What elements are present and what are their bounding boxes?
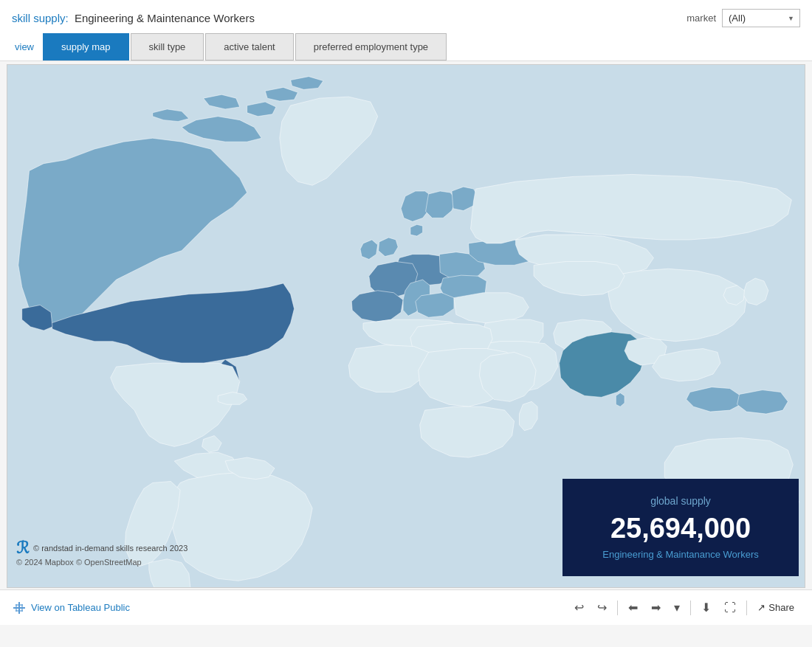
toolbar-actions: ↩ ↪ ⬅ ➡ ▾ ⬇ ⛶ ↗ Share: [568, 597, 800, 618]
redo-button[interactable]: ↪: [591, 597, 613, 618]
global-supply-number: 25,694,000: [585, 513, 777, 544]
tableau-public-link[interactable]: View on Tableau Public: [12, 601, 130, 615]
nav-bar: view supply map skill type active talent…: [0, 33, 812, 61]
skill-supply-value: Engineering & Maintenance Workers: [75, 12, 255, 24]
share-label: Share: [768, 602, 794, 613]
randstad-logo-symbol: ℛ: [16, 540, 30, 556]
market-select[interactable]: （All) (All) Americas Europe Asia Pacific: [722, 9, 800, 27]
map-credit: © 2024 Mapbox © OpenStreetMap: [16, 558, 187, 567]
svg-rect-6: [16, 610, 23, 612]
download-button[interactable]: ⬇: [695, 597, 717, 618]
market-selector: market （All) (All) Americas Europe Asia …: [687, 9, 800, 27]
map-footer: ℛ © randstad in-demand skills research 2…: [16, 540, 187, 567]
global-supply-subtitle: Engineering & Maintanance Workers: [585, 549, 777, 560]
randstad-attribution: ℛ © randstad in-demand skills research 2…: [16, 540, 187, 556]
back-button[interactable]: ⬅: [622, 597, 644, 618]
skill-supply-title: skill supply: Engineering & Maintenance …: [12, 12, 255, 24]
toolbar-divider-3: [746, 601, 747, 615]
skill-supply-prefix: skill supply:: [12, 12, 69, 24]
tab-supply-map[interactable]: supply map: [43, 33, 128, 60]
fullscreen-button[interactable]: ⛶: [718, 598, 742, 618]
randstad-logo-text: © randstad in-demand skills research 202…: [33, 544, 187, 553]
tab-skill-type[interactable]: skill type: [131, 33, 204, 60]
toolbar-divider-2: [690, 601, 691, 615]
tab-preferred-employment-type[interactable]: preferred employment type: [295, 33, 447, 60]
view-label: view: [9, 34, 40, 60]
forward-button[interactable]: ➡: [645, 597, 667, 618]
share-icon: ↗: [757, 602, 765, 613]
global-supply-box: global supply 25,694,000 Engineering & M…: [562, 479, 799, 576]
more-button[interactable]: ▾: [668, 597, 686, 618]
market-label: market: [687, 13, 716, 24]
tableau-link-label: View on Tableau Public: [31, 602, 130, 613]
map-container: ℛ © randstad in-demand skills research 2…: [7, 64, 805, 588]
global-supply-label: global supply: [585, 495, 777, 507]
svg-rect-2: [13, 607, 25, 609]
share-button[interactable]: ↗ Share: [751, 598, 800, 617]
tableau-icon: [12, 601, 27, 615]
toolbar-divider-1: [617, 601, 618, 615]
svg-rect-5: [16, 604, 23, 606]
undo-button[interactable]: ↩: [568, 597, 590, 618]
tableau-logo-svg: [12, 601, 27, 615]
bottom-toolbar: View on Tableau Public ↩ ↪ ⬅ ➡ ▾ ⬇ ⛶ ↗ S…: [0, 589, 812, 625]
tab-active-talent[interactable]: active talent: [205, 33, 293, 60]
header: skill supply: Engineering & Maintenance …: [0, 0, 812, 33]
